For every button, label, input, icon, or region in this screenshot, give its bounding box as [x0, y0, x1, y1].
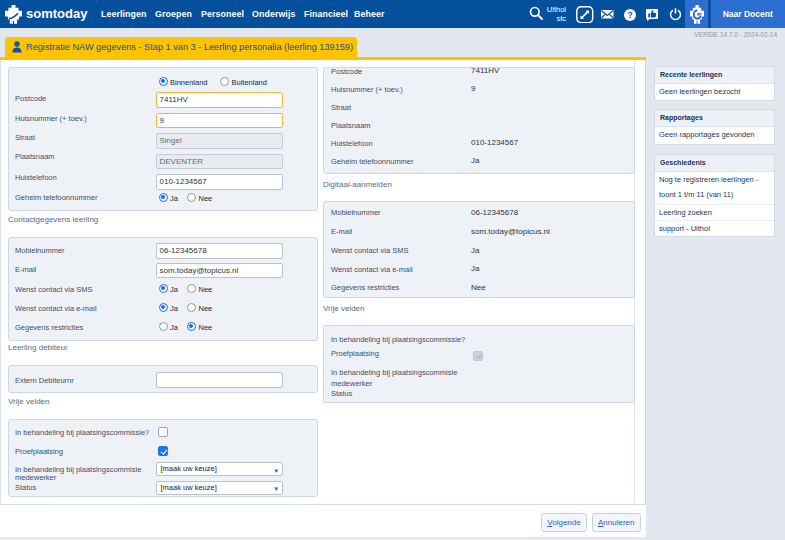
- svg-text:?: ?: [627, 10, 632, 20]
